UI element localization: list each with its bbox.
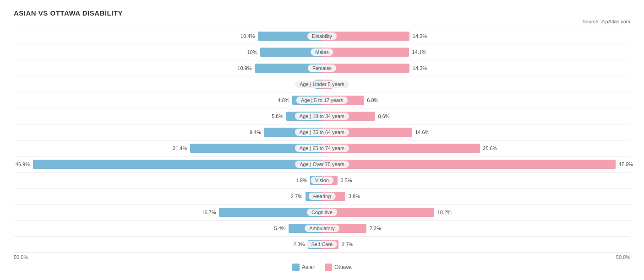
table-row: 10.9%14.2%Females bbox=[14, 60, 630, 76]
left-side: 4.8% bbox=[14, 92, 322, 108]
right-side: 47.6% bbox=[322, 156, 630, 172]
right-side: 14.2% bbox=[322, 28, 630, 44]
axis-left: 50.0% bbox=[14, 254, 28, 260]
asian-value: 10.9% bbox=[237, 65, 251, 71]
asian-label: Asian bbox=[302, 264, 316, 270]
table-row: 1.1%1.7%Age | Under 5 years bbox=[14, 76, 630, 92]
bar-label: Ambulatory bbox=[305, 225, 339, 232]
bar-label: Age | 5 to 17 years bbox=[296, 97, 348, 104]
asian-color-swatch bbox=[292, 264, 300, 271]
ottawa-value: 14.6% bbox=[415, 129, 429, 135]
table-row: 4.8%6.8%Age | 5 to 17 years bbox=[14, 92, 630, 108]
table-row: 2.7%3.8%Hearing bbox=[14, 188, 630, 204]
bar-label: Males bbox=[311, 48, 333, 56]
right-side: 18.2% bbox=[322, 205, 630, 220]
asian-value: 16.7% bbox=[202, 210, 216, 215]
ottawa-value: 18.2% bbox=[437, 210, 452, 215]
ottawa-value: 25.6% bbox=[483, 145, 497, 151]
table-row: 46.9%47.6%Age | Over 75 years bbox=[14, 156, 630, 172]
asian-value: 4.8% bbox=[278, 97, 289, 103]
bar-label: Age | 65 to 74 years bbox=[295, 145, 349, 152]
bar-label: Hearing bbox=[309, 193, 336, 200]
bar-label: Vision bbox=[311, 177, 333, 184]
ottawa-bar bbox=[322, 208, 434, 217]
asian-value: 2.7% bbox=[291, 194, 302, 199]
right-side: 14.1% bbox=[322, 44, 630, 60]
chart-container: ASIAN VS OTTAWA DISABILITY Source: ZipAt… bbox=[14, 9, 630, 271]
left-side: 9.4% bbox=[14, 124, 322, 140]
ottawa-bar bbox=[322, 48, 409, 57]
left-side: 10.9% bbox=[14, 60, 322, 76]
bar-label: Cognitive bbox=[307, 209, 337, 216]
ottawa-value: 8.6% bbox=[378, 113, 389, 119]
right-side: 7.2% bbox=[322, 221, 630, 236]
bar-label: Disability bbox=[307, 32, 337, 40]
right-side: 14.2% bbox=[322, 60, 630, 76]
axis-right: 50.0% bbox=[616, 254, 630, 260]
asian-value: 21.4% bbox=[173, 145, 187, 151]
asian-bar bbox=[33, 160, 322, 169]
bar-label: Age | 18 to 34 years bbox=[295, 113, 349, 120]
ottawa-value: 47.6% bbox=[618, 162, 633, 167]
table-row: 10%14.1%Males bbox=[14, 44, 630, 60]
bar-label: Self-Care bbox=[307, 241, 337, 248]
left-side: 46.9% bbox=[14, 156, 322, 172]
asian-value: 2.3% bbox=[293, 242, 305, 247]
bars-container: 10.4%14.2%Disability10%14.1%Males10.9%14… bbox=[14, 28, 630, 253]
asian-value: 46.9% bbox=[16, 162, 30, 167]
ottawa-value: 3.8% bbox=[349, 194, 360, 199]
asian-value: 9.4% bbox=[250, 129, 261, 135]
table-row: 5.8%8.6%Age | 18 to 34 years bbox=[14, 108, 630, 124]
bar-label: Females bbox=[308, 65, 336, 72]
right-side: 2.7% bbox=[322, 237, 630, 252]
right-side: 3.8% bbox=[322, 188, 630, 204]
bar-label: Age | Over 75 years bbox=[295, 161, 349, 168]
left-side: 2.7% bbox=[14, 188, 322, 204]
ottawa-color-swatch bbox=[325, 264, 332, 271]
legend-ottawa: Ottawa bbox=[325, 264, 352, 271]
asian-value: 5.8% bbox=[272, 113, 283, 119]
asian-value: 10.4% bbox=[240, 33, 255, 39]
left-side: 1.1% bbox=[14, 76, 322, 92]
table-row: 5.4%7.2%Ambulatory bbox=[14, 220, 630, 236]
ottawa-value: 14.1% bbox=[412, 49, 426, 55]
right-side: 25.6% bbox=[322, 140, 630, 156]
right-side: 14.6% bbox=[322, 124, 630, 140]
ottawa-value: 2.7% bbox=[342, 242, 353, 247]
bar-label: Age | 35 to 64 years bbox=[295, 129, 349, 136]
right-side: 8.6% bbox=[322, 108, 630, 124]
table-row: 16.7%18.2%Cognitive bbox=[14, 204, 630, 220]
ottawa-label: Ottawa bbox=[334, 264, 352, 270]
left-side: 5.4% bbox=[14, 221, 322, 236]
ottawa-value: 2.5% bbox=[340, 178, 352, 183]
left-side: 16.7% bbox=[14, 205, 322, 220]
table-row: 10.4%14.2%Disability bbox=[14, 28, 630, 44]
table-row: 9.4%14.6%Age | 35 to 64 years bbox=[14, 124, 630, 140]
table-row: 1.9%2.5%Vision bbox=[14, 172, 630, 188]
table-row: 21.4%25.6%Age | 65 to 74 years bbox=[14, 140, 630, 156]
left-side: 2.3% bbox=[14, 237, 322, 252]
bar-label: Age | Under 5 years bbox=[295, 81, 349, 88]
ottawa-value: 14.2% bbox=[413, 33, 427, 39]
right-side: 6.8% bbox=[322, 92, 630, 108]
left-side: 10% bbox=[14, 44, 322, 60]
left-side: 5.8% bbox=[14, 108, 322, 124]
legend: Asian Ottawa bbox=[14, 264, 630, 271]
source-label: Source: ZipAtlas.com bbox=[14, 19, 630, 24]
table-row: 2.3%2.7%Self-Care bbox=[14, 236, 630, 253]
ottawa-bar bbox=[322, 160, 616, 169]
asian-value: 10% bbox=[247, 49, 257, 55]
left-side: 10.4% bbox=[14, 28, 322, 44]
asian-value: 1.9% bbox=[296, 178, 307, 183]
asian-value: 5.4% bbox=[274, 226, 286, 231]
axis-labels: 50.0% 50.0% bbox=[14, 254, 630, 260]
ottawa-value: 14.2% bbox=[413, 65, 427, 71]
right-side: 2.5% bbox=[322, 172, 630, 188]
right-side: 1.7% bbox=[322, 76, 630, 92]
ottawa-value: 7.2% bbox=[370, 226, 381, 231]
legend-asian: Asian bbox=[292, 264, 316, 271]
chart-wrapper: 10.4%14.2%Disability10%14.1%Males10.9%14… bbox=[14, 28, 630, 260]
chart-title: ASIAN VS OTTAWA DISABILITY bbox=[14, 9, 630, 17]
ottawa-value: 6.8% bbox=[367, 97, 378, 103]
left-side: 1.9% bbox=[14, 172, 322, 188]
